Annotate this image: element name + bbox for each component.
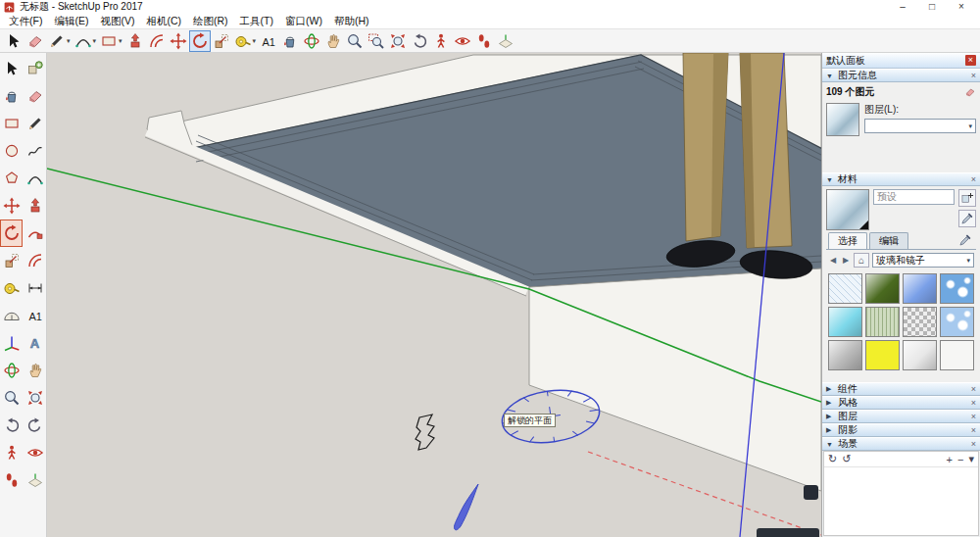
sample-paint-button-2[interactable] (956, 231, 974, 249)
create-material-button[interactable] (958, 189, 976, 207)
move-tool-button[interactable] (0, 192, 23, 220)
material-swatch-translucent-glass[interactable] (828, 273, 862, 304)
push-pull-tool-button[interactable] (24, 192, 46, 220)
paint-bucket-tool-button[interactable] (279, 30, 301, 52)
move-tool-button[interactable] (168, 30, 189, 52)
menu-camera[interactable]: 相机(C) (140, 15, 187, 28)
menu-help[interactable]: 帮助(H) (328, 15, 375, 28)
material-swatch-mirror-gray[interactable] (828, 340, 862, 370)
next-view-tool-button[interactable] (24, 412, 46, 439)
follow-me-tool-button[interactable] (24, 220, 46, 247)
model-viewport[interactable]: 解锁的平面 (47, 53, 821, 537)
material-name-field[interactable]: 预设 (873, 189, 955, 205)
remove-scene-icon[interactable]: − (957, 454, 963, 465)
arc-tool-button[interactable] (24, 165, 46, 192)
axes-tool-button[interactable] (0, 329, 23, 357)
dropdown-caret-icon[interactable]: ▾ (253, 37, 257, 45)
polygon-tool-button[interactable] (0, 165, 23, 192)
scale-tool-button[interactable] (211, 30, 232, 52)
make-component-tool-button[interactable] (24, 55, 46, 82)
paint-bucket-tool-button[interactable] (0, 82, 23, 110)
collection-dropdown[interactable]: 玻璃和镜子 ▾ (872, 253, 974, 268)
menu-view[interactable]: 视图(V) (94, 15, 140, 28)
minimize-button[interactable]: – (888, 0, 917, 14)
section-header-entity-info[interactable]: ▼ 图元信息 × (822, 69, 980, 82)
eraser-tool-button[interactable] (24, 82, 46, 110)
menu-window[interactable]: 窗口(W) (279, 15, 328, 28)
rotate-tool-button[interactable] (0, 220, 23, 247)
close-icon[interactable]: × (971, 425, 976, 435)
home-icon[interactable]: ⌂ (854, 253, 869, 268)
add-scene-icon[interactable]: + (947, 454, 953, 465)
refresh-scene-icon[interactable]: ↺ (842, 453, 851, 465)
section-plane-tool-button[interactable] (495, 30, 516, 52)
menu-edit[interactable]: 编辑(E) (48, 15, 94, 28)
material-swatch-translucent-checker[interactable] (903, 307, 937, 337)
look-around-tool-button[interactable] (24, 439, 46, 466)
close-icon[interactable]: × (971, 384, 976, 394)
pan-tool-button[interactable] (322, 30, 344, 52)
update-scene-icon[interactable]: ↻ (828, 453, 837, 465)
panel-close-icon[interactable]: × (965, 55, 976, 66)
scene-list[interactable] (824, 467, 978, 535)
section-header-materials[interactable]: ▼ 材料 × (822, 172, 980, 186)
material-swatch-clear-white[interactable] (940, 340, 974, 370)
arcs-tool-button[interactable]: ▾ (73, 30, 99, 52)
eraser-tool-button[interactable] (24, 30, 46, 52)
close-icon[interactable]: × (971, 71, 976, 80)
layer-dropdown[interactable]: ▾ (864, 119, 976, 133)
section-header-components[interactable]: ▶ 组件 × (822, 382, 980, 396)
chevron-collapsed-icon[interactable]: ▶ (826, 426, 834, 434)
dropdown-caret-icon[interactable]: ▾ (119, 37, 122, 45)
rectangle-tool-button[interactable] (0, 110, 23, 137)
dropdown-caret-icon[interactable]: ▾ (93, 37, 97, 45)
material-swatch-yellow-glass[interactable] (865, 340, 900, 370)
forward-arrow-icon[interactable]: ▶ (841, 256, 851, 265)
material-swatch-cyan-glass[interactable] (828, 307, 862, 337)
look-around-tool-button[interactable] (452, 30, 473, 52)
zoom-tool-button[interactable] (344, 30, 366, 52)
scene-options-icon[interactable]: ▾ (968, 453, 974, 465)
section-plane-tool-button[interactable] (24, 466, 46, 494)
chevron-collapsed-icon[interactable]: ▶ (826, 399, 834, 407)
material-swatch-blue-glass[interactable] (903, 273, 937, 304)
dimension-tool-button[interactable] (24, 274, 46, 302)
walk-tool-button[interactable] (0, 466, 23, 494)
close-icon[interactable]: × (971, 398, 976, 408)
close-button[interactable]: × (947, 0, 976, 14)
section-header-layers[interactable]: ▶ 图层 × (822, 410, 980, 423)
zoom-extents-tool-button[interactable] (24, 384, 46, 412)
select-tool-button[interactable] (3, 30, 24, 52)
text-tool-button[interactable] (258, 30, 279, 52)
material-swatch-sky-light[interactable] (940, 307, 974, 337)
chevron-collapsed-icon[interactable]: ▶ (826, 385, 834, 393)
chevron-expanded-icon[interactable]: ▼ (826, 441, 834, 448)
erase-icon[interactable] (964, 86, 976, 98)
material-swatch-frosted-white[interactable] (903, 340, 937, 370)
close-icon[interactable]: × (971, 174, 976, 184)
back-arrow-icon[interactable]: ◀ (828, 256, 838, 265)
line-tool-button[interactable]: ▾ (46, 30, 73, 52)
menu-tools[interactable]: 工具(T) (234, 15, 279, 28)
position-camera-tool-button[interactable] (430, 30, 452, 52)
tab-select[interactable]: 选择 (828, 232, 867, 249)
section-header-styles[interactable]: ▶ 风格 × (822, 396, 980, 410)
previous-view-tool-button[interactable] (409, 30, 430, 52)
previous-view-tool-button[interactable] (0, 412, 23, 439)
position-camera-tool-button[interactable] (0, 439, 23, 466)
sample-paint-button[interactable] (958, 210, 976, 227)
circle-tool-button[interactable] (0, 137, 23, 165)
tape-measure-tool-button[interactable] (0, 274, 23, 302)
chevron-expanded-icon[interactable]: ▼ (826, 176, 834, 183)
push-pull-tool-button[interactable] (124, 30, 146, 52)
zoom-extents-tool-button[interactable] (387, 30, 409, 52)
material-swatch-pearl-stripes[interactable] (865, 307, 900, 337)
material-swatch-sky-reflection[interactable] (940, 273, 974, 304)
walk-tool-button[interactable] (473, 30, 495, 52)
offset-tool-button[interactable] (24, 247, 46, 274)
protractor-tool-button[interactable] (0, 302, 23, 329)
zoom-window-tool-button[interactable] (366, 30, 387, 52)
select-tool-button[interactable] (0, 55, 23, 82)
chevron-collapsed-icon[interactable]: ▶ (826, 413, 834, 420)
tape-measure-tool-button[interactable]: ▾ (232, 30, 259, 52)
